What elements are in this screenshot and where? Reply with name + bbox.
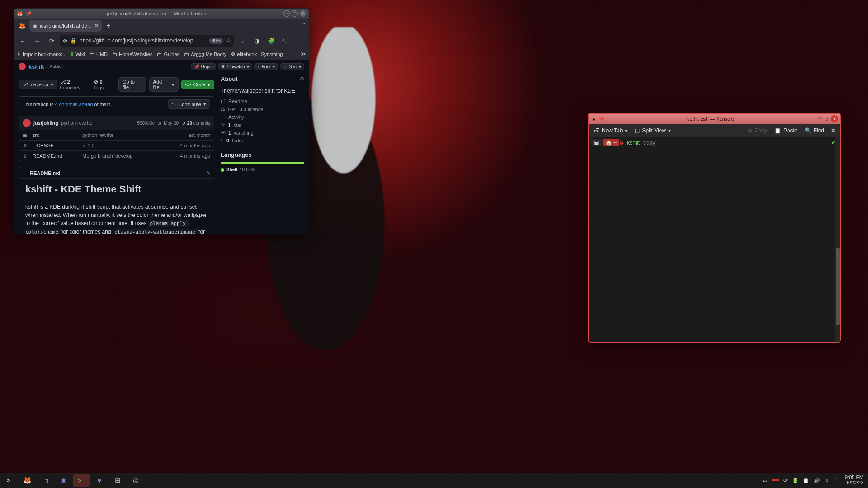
task-files[interactable]: 🗂 — [37, 474, 53, 487]
pin-icon[interactable]: 📌 — [598, 115, 605, 122]
tray-clipboard-icon[interactable]: 📋 — [803, 478, 809, 483]
bm-overflow[interactable]: ≫ — [301, 51, 306, 57]
bm-homewebsites[interactable]: 🗀HomeWebsites — [112, 52, 152, 57]
import-bookmarks[interactable]: ⇩Import bookmarks... — [17, 51, 66, 57]
bm-wiki[interactable]: ▮Wiki — [71, 51, 85, 57]
task-app1[interactable]: ♥ — [91, 474, 108, 487]
lock-icon[interactable]: 🔒 — [70, 38, 77, 44]
window-title: justjokiing/kshift at develop — Mozilla … — [31, 11, 282, 16]
bm-arggg[interactable]: 🗀Arggg Me Booty — [184, 52, 226, 57]
commit-hash[interactable]: 5903e3e — [137, 121, 155, 126]
split-view-button[interactable]: ◫ Split View ▾ — [632, 126, 673, 135]
close-button[interactable]: ✕ — [300, 10, 306, 17]
tray-volume-icon[interactable]: 🔊 — [814, 478, 820, 483]
github-page: kshift Public 📌 Unpin 👁 Unwatch ▾ ⑂ Fork… — [14, 60, 309, 234]
scrollbar[interactable] — [835, 137, 840, 342]
branches-link[interactable]: ⎇ 2 branches — [60, 79, 92, 90]
url-bar: ← → ⟳ ⊘ 🔒 https://github.com/justjokiing… — [14, 33, 309, 48]
stars-link[interactable]: ☆ 1 star — [221, 122, 304, 128]
firefox-titlebar[interactable]: 🦊 📌 justjokiing/kshift at develop — Mozi… — [14, 9, 309, 19]
zoom-badge[interactable]: 80% — [209, 38, 223, 44]
hamburger-icon[interactable]: ≡ — [294, 35, 306, 47]
task-discord[interactable]: ◉ — [55, 474, 71, 487]
tab-close-icon[interactable]: × — [95, 23, 98, 29]
shield-icon[interactable]: ◑ — [251, 35, 263, 47]
clock[interactable]: 9:05 PM 6/20/23 — [845, 475, 863, 485]
bm-guides[interactable]: 🗀Guides — [157, 52, 179, 57]
contribute-button[interactable]: ⇆ Contribute ▾ — [168, 99, 210, 109]
tray-battery-icon[interactable]: 🔋 — [792, 478, 798, 483]
fork-button[interactable]: ⑂ Fork ▾ — [254, 63, 278, 70]
tray-chevron-icon[interactable]: ˄ — [834, 478, 837, 483]
star-button[interactable]: ☆ Star ▾ — [280, 63, 304, 70]
tab-active[interactable]: ◉ justjokiing/kshift at develo × — [29, 20, 102, 32]
maximize-button[interactable]: ◇ — [824, 115, 831, 122]
edit-icon[interactable]: ✎ — [206, 170, 210, 176]
commit-author[interactable]: justjokiing — [33, 120, 58, 126]
tracking-icon[interactable]: ⊘ — [63, 38, 67, 44]
new-tab-button[interactable]: 🗗 New Tab ▾ — [591, 126, 630, 135]
unwatch-button[interactable]: 👁 Unwatch ▾ — [218, 63, 252, 70]
pocket-icon[interactable]: ⌵ — [236, 35, 248, 47]
task-app2[interactable]: ⊞ — [109, 474, 126, 487]
watching-link[interactable]: 👁 1 watching — [221, 130, 304, 136]
maximize-button[interactable]: ˄ — [292, 10, 298, 17]
bm-syncthing[interactable]: ⊛elitebook | Syncthing — [231, 51, 283, 57]
latest-commit-row[interactable]: justjokiing python rewrite 5903e3e on Ma… — [19, 116, 214, 130]
status-ok-icon: ✔ — [831, 140, 835, 145]
repo-name[interactable]: kshift — [28, 63, 44, 70]
firefox-home-icon[interactable]: 🦊 — [19, 23, 26, 29]
tray-update-icon[interactable]: ⟳ — [783, 478, 788, 483]
start-button[interactable]: >_ — [5, 475, 15, 486]
tab-list-button[interactable]: ˅ — [302, 22, 306, 30]
tray-mic-icon[interactable]: 🎙 — [825, 478, 830, 483]
bm-umd[interactable]: 🗀UMD — [90, 52, 108, 57]
terminal[interactable]: ▣ 🏠 ~ ▶ kshift -t day ✔ — [589, 137, 840, 342]
back-button[interactable]: ← — [17, 35, 28, 47]
konsole-icon: ▸ — [590, 115, 598, 122]
file-icon: 🗎 — [23, 143, 29, 148]
readme-filename: README.md — [30, 170, 60, 176]
reload-button[interactable]: ⟳ — [46, 35, 57, 47]
file-row[interactable]: 🗎 LICENSE v: 1.0 4 months ago — [19, 140, 214, 150]
extension-icon[interactable]: 🧩 — [265, 35, 277, 47]
add-file-button[interactable]: Add file ▾ — [149, 77, 179, 92]
license-link[interactable]: ⚖ GPL-3.0 license — [221, 106, 304, 112]
task-konsole[interactable]: >_ — [73, 474, 90, 487]
commits-ahead-link[interactable]: 4 commits ahead — [55, 102, 93, 107]
file-row[interactable]: 🗎 README.md Merge branch 'develop' 4 mon… — [19, 150, 214, 161]
minimize-button[interactable]: ﹀ — [283, 10, 290, 17]
star-icon[interactable]: ☆ — [226, 38, 231, 44]
commits-link[interactable]: ⏲ 20 commits — [181, 121, 210, 126]
activity-link[interactable]: 〰 Activity — [221, 114, 304, 120]
readme-box: ☰ README.md ✎ kshift - KDE Theme Shift k… — [19, 167, 214, 234]
readme-link[interactable]: 🕮 Readme — [221, 99, 304, 104]
gear-icon[interactable]: ⚙ — [300, 76, 304, 82]
task-obs[interactable]: ◎ — [127, 474, 144, 487]
unpin-button[interactable]: 📌 Unpin — [191, 63, 216, 70]
paste-button[interactable]: 📋 Paste — [772, 126, 800, 135]
minimize-button[interactable]: ﹀ — [816, 115, 824, 122]
forward-button[interactable]: → — [31, 35, 43, 47]
hamburger-icon[interactable]: ≡ — [829, 126, 837, 135]
scroll-thumb[interactable] — [836, 248, 840, 325]
bitwarden-icon[interactable]: 🛡 — [280, 35, 292, 47]
code-button[interactable]: <> Code ▾ — [181, 80, 214, 89]
find-button[interactable]: 🔍 Find — [802, 126, 827, 135]
task-firefox[interactable]: 🦊 — [19, 474, 35, 487]
new-tab-button[interactable]: + — [104, 21, 113, 31]
language-shell[interactable]: Shell 100.0% — [221, 167, 304, 172]
list-icon[interactable]: ☰ — [23, 170, 27, 176]
konsole-titlebar[interactable]: ▸ 📌 seth : zsh — Konsole ﹀ ◇ ✕ — [589, 114, 840, 124]
address-bar[interactable]: ⊘ 🔒 https://github.com/justjokiing/kshif… — [60, 35, 234, 47]
copy-button[interactable]: ⧉ Copy — [745, 126, 770, 135]
tray-workspace-icon[interactable]: ▭ — [763, 478, 767, 483]
pin-icon[interactable]: 📌 — [26, 11, 31, 16]
branch-selector[interactable]: ⎇ develop ▾ — [19, 80, 57, 89]
close-button[interactable]: ✕ — [831, 115, 838, 122]
file-row[interactable]: 🖿 src python rewrite last month — [19, 130, 214, 140]
tags-link[interactable]: ⊘ 0 tags — [94, 79, 113, 90]
goto-file-button[interactable]: Go to file — [118, 77, 146, 92]
tray-flag-icon[interactable] — [772, 479, 779, 481]
forks-link[interactable]: ⑂ 0 forks — [221, 138, 304, 143]
